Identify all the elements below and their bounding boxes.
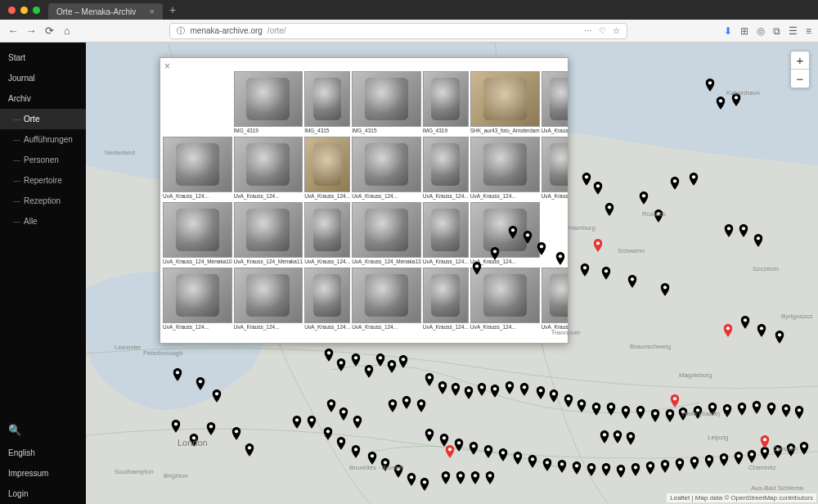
thumbnail[interactable]	[470, 137, 540, 192]
thumbnail[interactable]	[234, 137, 303, 192]
map-marker[interactable]	[640, 191, 649, 205]
maximize-window-icon[interactable]	[33, 7, 40, 14]
sidebar-item-rezeption[interactable]: Rezeption	[0, 191, 86, 211]
map-marker[interactable]	[732, 93, 741, 106]
close-tab-icon[interactable]: ×	[150, 7, 155, 16]
gallery-cell[interactable]: UvA_Krauss_124...	[423, 268, 469, 331]
map-marker[interactable]	[666, 409, 675, 422]
minimize-window-icon[interactable]	[20, 7, 28, 14]
gallery-cell[interactable]: IMG_4319	[234, 71, 303, 135]
map-marker[interactable]	[499, 448, 508, 461]
map-marker[interactable]	[628, 275, 637, 288]
close-window-icon[interactable]	[8, 7, 16, 14]
thumbnail[interactable]	[470, 71, 540, 127]
map-marker[interactable]	[486, 471, 495, 484]
thumbnail[interactable]	[304, 268, 350, 323]
map-marker[interactable]	[491, 385, 500, 398]
thumbnail[interactable]	[163, 268, 232, 323]
map-marker[interactable]	[327, 399, 336, 412]
downloads-icon[interactable]: ⬇	[724, 25, 732, 37]
map-marker[interactable]	[651, 409, 660, 422]
home-button[interactable]: ⌂	[61, 25, 74, 37]
map-marker[interactable]	[654, 209, 663, 223]
map-marker[interactable]	[705, 455, 714, 468]
map-marker[interactable]	[706, 79, 715, 92]
map-marker[interactable]	[671, 177, 680, 190]
thumbnail[interactable]	[542, 268, 569, 323]
map-marker[interactable]	[600, 430, 609, 443]
map-marker[interactable]	[661, 283, 670, 296]
thumbnail[interactable]	[352, 202, 421, 258]
sidebar-item-personen[interactable]: Personen	[0, 150, 86, 170]
map-marker[interactable]	[690, 457, 699, 470]
map-marker[interactable]	[402, 396, 411, 409]
map-marker[interactable]	[605, 203, 614, 216]
map-marker[interactable]	[723, 404, 732, 417]
ext-icon-3[interactable]: ⧉	[773, 25, 780, 37]
map-marker[interactable]	[190, 434, 199, 447]
map-marker[interactable]	[795, 406, 804, 419]
map-marker[interactable]	[339, 407, 348, 421]
map-marker[interactable]	[293, 416, 302, 429]
map-marker[interactable]	[325, 349, 334, 362]
map-marker[interactable]	[442, 471, 451, 484]
sidebar-item-auffuehrungen[interactable]: Aufführungen	[0, 129, 86, 150]
map-marker[interactable]	[207, 422, 216, 435]
thumbnail[interactable]	[234, 268, 303, 323]
map-marker[interactable]	[420, 478, 429, 491]
map-marker[interactable]	[761, 447, 770, 460]
map-marker[interactable]	[631, 463, 640, 476]
map-marker[interactable]	[173, 368, 182, 381]
thumbnail[interactable]	[423, 268, 469, 323]
back-button[interactable]: ←	[7, 25, 20, 37]
bookmark-icon[interactable]: ☆	[613, 26, 620, 35]
map-marker[interactable]	[573, 461, 582, 475]
thumbnail[interactable]	[163, 202, 232, 258]
thumbnail[interactable]	[304, 71, 350, 127]
map-marker[interactable]	[614, 430, 622, 443]
map-marker[interactable]	[676, 458, 685, 471]
map-marker[interactable]	[484, 445, 493, 458]
new-tab-button[interactable]: +	[163, 0, 182, 20]
map-marker[interactable]	[646, 461, 655, 475]
map-marker[interactable]	[636, 406, 645, 419]
gallery-cell[interactable]: UvA_Krauss_124...	[163, 137, 232, 200]
map-marker[interactable]	[324, 427, 333, 440]
sidebar-item-repertoire[interactable]: Repertoire	[0, 170, 86, 191]
map-marker[interactable]	[352, 445, 361, 458]
map-marker[interactable]	[381, 458, 390, 471]
gallery-cell[interactable]: UvA_Krauss_124...	[423, 137, 469, 200]
map-marker[interactable]	[661, 460, 670, 473]
map-marker[interactable]	[690, 173, 699, 186]
map-marker[interactable]	[394, 465, 403, 478]
map-marker[interactable]	[245, 443, 254, 457]
thumbnail[interactable]	[234, 202, 303, 258]
map-marker[interactable]	[389, 399, 398, 412]
map-marker[interactable]	[452, 383, 461, 396]
gallery-cell[interactable]: UvA_Krauss_124...	[163, 268, 232, 331]
thumbnail[interactable]	[352, 71, 421, 127]
gallery-cell[interactable]: UvA_Krauss_124...	[423, 202, 469, 266]
sidebar-item-english[interactable]: English	[0, 443, 86, 463]
map-marker[interactable]	[753, 401, 762, 414]
sidebar-item-impressum[interactable]: Impressum	[0, 463, 86, 484]
map-marker[interactable]	[679, 407, 688, 421]
map-marker[interactable]	[438, 381, 447, 394]
map-marker[interactable]	[471, 471, 480, 484]
map-marker[interactable]	[337, 437, 346, 450]
map-marker[interactable]	[739, 224, 748, 237]
map-marker[interactable]	[767, 403, 776, 416]
thumbnail[interactable]	[352, 137, 421, 192]
sidebar-item-start[interactable]: Start	[0, 47, 86, 68]
map-marker[interactable]	[478, 383, 487, 396]
map-marker[interactable]	[308, 416, 317, 429]
map-marker[interactable]	[607, 403, 616, 416]
map-marker[interactable]	[470, 442, 479, 455]
map-marker[interactable]	[622, 406, 631, 419]
zoom-in-button[interactable]: +	[791, 52, 809, 70]
thumbnail[interactable]	[542, 71, 569, 127]
map-marker[interactable]	[353, 416, 362, 429]
gallery-cell[interactable]: UvA_Krauss_124...	[304, 268, 350, 331]
map-marker[interactable]	[528, 455, 537, 468]
map-marker[interactable]	[578, 399, 587, 412]
